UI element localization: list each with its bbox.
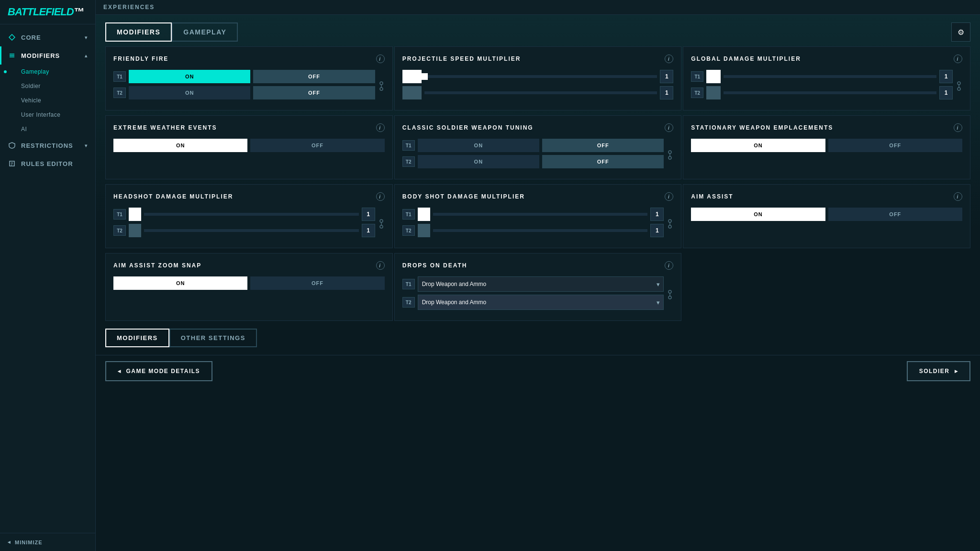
body-shot-damage-t2-value: 1 — [650, 224, 664, 237]
sidebar-item-rules-editor[interactable]: RULES EDITOR — [0, 154, 95, 173]
classic-weapon-t1-on[interactable]: ON — [418, 139, 539, 152]
stationary-weapon-info-icon[interactable]: i — [954, 123, 962, 132]
headshot-damage-t1-block — [129, 208, 141, 221]
drops-on-death-t2-label: T2 — [402, 297, 415, 308]
classic-weapon-link-icon[interactable] — [667, 149, 673, 161]
sidebar-sub-item-soldier[interactable]: Soldier — [0, 79, 95, 93]
friendly-fire-link-icon[interactable] — [378, 80, 385, 92]
body-shot-damage-link-icon[interactable] — [667, 218, 673, 230]
svg-point-13 — [958, 88, 960, 90]
global-damage-info-icon[interactable]: i — [954, 55, 962, 63]
projectile-speed-info-icon[interactable]: i — [665, 55, 673, 63]
friendly-fire-info-icon[interactable]: i — [376, 55, 385, 63]
chevron-down-icon-restrictions: ▾ — [85, 143, 88, 148]
sidebar-item-rules-editor-label: RULES EDITOR — [21, 160, 73, 167]
tab-gameplay[interactable]: GAMEPLAY — [172, 22, 238, 42]
extreme-weather-info-icon[interactable]: i — [376, 123, 385, 132]
aim-assist-info-icon[interactable]: i — [954, 192, 962, 201]
headshot-damage-info-icon[interactable]: i — [376, 192, 385, 201]
logo-area: BATTLEFIELD™ — [0, 0, 95, 24]
sidebar-sub-item-ui[interactable]: User Interface — [0, 108, 95, 122]
projectile-speed-t2-row: 1 — [402, 86, 674, 99]
body-shot-damage-t2-label: T2 — [402, 225, 415, 236]
card-friendly-fire-title: FRIENDLY FIRE i — [113, 55, 385, 63]
svg-point-22 — [668, 225, 671, 228]
card-empty — [683, 253, 970, 321]
headshot-damage-t2-value: 1 — [362, 224, 375, 237]
card-aim-assist-zoom: AIM ASSIST ZOOM SNAP i ON OFF — [105, 253, 393, 321]
drops-on-death-link-icon[interactable] — [667, 289, 673, 300]
stationary-weapon-on[interactable]: ON — [691, 139, 825, 152]
friendly-fire-t2-on[interactable]: ON — [129, 86, 250, 99]
drops-on-death-t1-dropdown-wrapper: Drop Weapon and Ammo Drop Nothing Drop A… — [418, 276, 664, 292]
settings-button[interactable]: ⚙ — [951, 22, 970, 42]
sidebar-sub-item-vehicle[interactable]: Vehicle — [0, 93, 95, 108]
svg-point-23 — [668, 290, 671, 293]
friendly-fire-t1-on[interactable]: ON — [129, 70, 250, 83]
drops-on-death-t1-select[interactable]: Drop Weapon and Ammo Drop Nothing Drop A… — [418, 276, 664, 292]
sidebar-sub-item-gameplay-label: Gameplay — [21, 68, 49, 75]
aim-assist-zoom-off[interactable]: OFF — [250, 276, 384, 290]
back-button-label: GAME MODE DETAILS — [126, 368, 200, 375]
classic-weapon-t2-on[interactable]: ON — [418, 155, 539, 168]
back-button[interactable]: ◂ GAME MODE DETAILS — [105, 361, 212, 381]
headshot-damage-link-icon[interactable] — [378, 218, 385, 230]
card-drops-on-death-title: DROPS ON DEATH i — [402, 261, 674, 270]
svg-point-16 — [668, 156, 671, 159]
sidebar-item-core[interactable]: CORE ▾ — [0, 28, 95, 46]
global-damage-t1-value: 1 — [939, 70, 953, 83]
global-damage-t2-value: 1 — [939, 86, 953, 99]
classic-weapon-t1-off[interactable]: OFF — [542, 139, 664, 152]
logo-suffix: ™ — [74, 6, 84, 18]
next-button[interactable]: SOLDIER ▸ — [907, 361, 970, 381]
projectile-speed-t1-value: 1 — [660, 70, 673, 83]
svg-point-11 — [958, 82, 960, 85]
global-damage-t2-block — [706, 86, 721, 99]
drops-on-death-t2-select[interactable]: Drop Weapon and Ammo Drop Nothing Drop A… — [418, 295, 664, 310]
friendly-fire-t1-off[interactable]: OFF — [253, 70, 375, 83]
footer-tab-other-settings[interactable]: OTHER SETTINGS — [169, 329, 257, 347]
global-damage-t1-label: T1 — [691, 71, 703, 82]
friendly-fire-t2-row: T2 ON OFF — [113, 86, 375, 99]
sidebar-item-modifiers[interactable]: MODIFIERS ▴ — [0, 46, 95, 65]
card-classic-weapon-tuning: CLASSIC SOLDIER WEAPON TUNING i T1 ON OF… — [394, 115, 682, 179]
tab-modifiers[interactable]: MODIFIERS — [105, 22, 172, 42]
body-shot-damage-info-icon[interactable]: i — [665, 192, 673, 201]
layers-icon — [8, 51, 16, 60]
extreme-weather-on[interactable]: ON — [113, 139, 247, 152]
stationary-weapon-off[interactable]: OFF — [828, 139, 962, 152]
classic-weapon-t2-off[interactable]: OFF — [542, 155, 664, 168]
aim-assist-zoom-info-icon[interactable]: i — [376, 261, 385, 270]
aim-assist-zoom-on[interactable]: ON — [113, 276, 247, 290]
drops-on-death-info-icon[interactable]: i — [665, 261, 673, 270]
sidebar-sub-item-ai[interactable]: AI — [0, 122, 95, 136]
sidebar-item-restrictions[interactable]: RESTRICTIONS ▾ — [0, 136, 95, 154]
body-shot-damage-t1-value: 1 — [650, 208, 664, 221]
friendly-fire-t2-off[interactable]: OFF — [253, 86, 375, 99]
svg-point-14 — [668, 151, 671, 154]
sidebar-item-modifiers-label: MODIFIERS — [21, 52, 60, 59]
bottom-nav: ◂ GAME MODE DETAILS SOLDIER ▸ — [96, 355, 980, 387]
classic-weapon-tuning-info-icon[interactable]: i — [665, 123, 673, 132]
card-aim-assist-title: AIM ASSIST i — [691, 192, 962, 201]
global-damage-t1-row: T1 1 — [691, 70, 953, 83]
footer-tab-modifiers[interactable]: MODIFIERS — [105, 329, 169, 347]
sidebar-sub-item-ui-label: User Interface — [21, 111, 60, 118]
aim-assist-on[interactable]: ON — [691, 208, 825, 221]
projectile-speed-t1-block — [402, 70, 422, 83]
page-footer: MODIFIERS OTHER SETTINGS — [96, 321, 980, 347]
classic-weapon-t1-row: T1 ON OFF — [402, 139, 664, 152]
extreme-weather-off[interactable]: OFF — [250, 139, 384, 152]
minimize-label: MINIMIZE — [15, 540, 43, 545]
global-damage-link-icon[interactable] — [956, 80, 962, 92]
cards-row-2: EXTREME WEATHER EVENTS i ON OFF CLASSIC … — [96, 110, 980, 179]
drops-on-death-t1-row: T1 Drop Weapon and Ammo Drop Nothing Dro… — [402, 276, 664, 292]
drops-on-death-t1-label: T1 — [402, 279, 415, 289]
svg-point-8 — [380, 82, 383, 85]
global-damage-t1-block — [706, 70, 721, 83]
sidebar-sub-item-gameplay[interactable]: Gameplay — [0, 65, 95, 79]
global-damage-t2-label: T2 — [691, 88, 703, 98]
aim-assist-off[interactable]: OFF — [828, 208, 962, 221]
cards-row-3: HEADSHOT DAMAGE MULTIPLIER i T1 1 T2 — [96, 179, 980, 248]
minimize-button[interactable]: ◂ MINIMIZE — [0, 533, 95, 551]
